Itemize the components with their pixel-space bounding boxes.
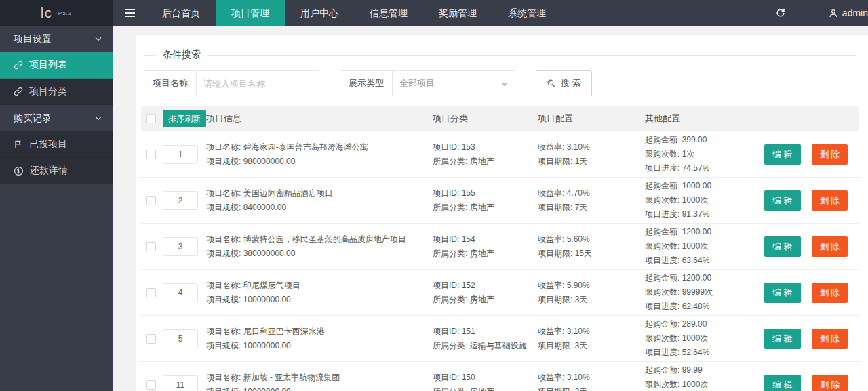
username: admin [842, 7, 868, 18]
purchase-limit-label: 限购次数: [645, 195, 682, 205]
project-category-value: 房地产 [470, 249, 494, 258]
coin-icon [14, 166, 24, 176]
project-category-value: 运输与基础设施 [470, 341, 527, 350]
user-icon [829, 8, 838, 18]
select-all-checkbox[interactable] [146, 114, 156, 123]
row-checkbox[interactable] [146, 334, 156, 344]
sidebar-item-label: 项目分类 [29, 85, 67, 98]
sort-order-input[interactable] [163, 145, 198, 164]
project-scale-value: 10000000.00 [243, 387, 291, 391]
column-header-other: 其他配置 [645, 112, 762, 125]
sort-order-input[interactable] [163, 329, 198, 348]
sidebar-item-invested-projects[interactable]: 已投项目 [0, 131, 113, 158]
project-name-value: 新加坡 - 亚太宇航物流集团 [243, 373, 340, 382]
project-name-value: 博蒙特公园，移民圣基茨的高品质房地产项目 [243, 234, 406, 244]
menu-toggle-icon[interactable] [113, 0, 146, 26]
content-card: 条件搜索 项目名称 展示类型 全部项目 搜 索 排序刷新 项目信息 项目分类 项… [136, 35, 868, 391]
sidebar-group-purchase-records[interactable]: 购买记录 [0, 105, 113, 131]
delete-button[interactable]: 删 除 [812, 190, 848, 211]
edit-button[interactable]: 编 辑 [764, 375, 801, 391]
project-name-value: 碧海家园-泰国普吉岛邦涛海滩公寓 [243, 142, 368, 152]
sort-refresh-button[interactable]: 排序刷新 [163, 110, 206, 127]
progress-label: 项目进度: [645, 255, 682, 265]
project-name-label: 项目名称: [206, 281, 243, 290]
term-label: 项目期限: [538, 387, 575, 391]
nav-item-home[interactable]: 后台首页 [146, 0, 216, 26]
sidebar-group-project-settings[interactable]: 项目设置 [0, 26, 113, 52]
term-value: 3天 [575, 341, 588, 350]
sort-order-input[interactable] [163, 237, 198, 256]
min-amount-value: 1200.00 [682, 273, 711, 283]
term-label: 项目期限: [538, 203, 575, 212]
project-name-label: 项目名称: [206, 142, 243, 152]
purchase-limit-label: 限购次数: [645, 149, 682, 159]
min-amount-value: 99.99 [682, 365, 703, 375]
project-category-value: 房地产 [470, 295, 494, 304]
sort-order-input[interactable] [163, 283, 198, 302]
search-icon [547, 79, 556, 88]
progress-value: 74.57% [682, 163, 710, 173]
sidebar-item-repayment-details[interactable]: 还款详情 [0, 158, 113, 184]
delete-button[interactable]: 删 除 [812, 144, 848, 165]
row-checkbox[interactable] [146, 242, 156, 251]
min-amount-value: 289.00 [682, 319, 707, 329]
delete-button[interactable]: 删 除 [812, 283, 848, 303]
term-value: 1天 [575, 157, 588, 166]
project-scale-label: 项目规模: [206, 203, 243, 212]
nav-item-users[interactable]: 用户中心 [285, 0, 354, 26]
edit-button[interactable]: 编 辑 [764, 329, 801, 349]
sidebar-item-project-category[interactable]: 项目分类 [0, 79, 113, 105]
min-amount-label: 起购金额: [645, 319, 682, 329]
row-checkbox[interactable] [146, 150, 156, 159]
rate-value: 5.90% [567, 281, 590, 290]
delete-button[interactable]: 删 除 [812, 236, 848, 257]
purchase-limit-value: 1000次 [682, 241, 709, 251]
nav-item-projects[interactable]: 项目管理 [216, 0, 285, 26]
row-checkbox[interactable] [146, 196, 156, 205]
project-name-label: 项目名称: [206, 373, 243, 382]
chevron-down-icon [94, 34, 103, 45]
user-menu[interactable]: admin [816, 7, 868, 18]
project-category-label: 所属分类: [433, 249, 470, 258]
purchase-limit-value: 1000次 [682, 379, 709, 389]
project-id-label: 项目ID: [433, 142, 462, 152]
select-arrow-icon [501, 83, 508, 87]
row-checkbox[interactable] [146, 380, 156, 390]
nav-item-system[interactable]: 系统管理 [492, 0, 561, 26]
search-legend: 条件搜索 [156, 49, 208, 61]
sidebar: 项目设置 项目列表 项目分类 购买记录 已投项目 还款详情 [0, 26, 113, 391]
term-label: 项目期限: [538, 295, 575, 304]
edit-button[interactable]: 编 辑 [764, 236, 801, 257]
table-row: 项目名称: 美国迈阿密精品酒店项目 项目规模: 8400000.00 项目ID:… [141, 178, 859, 224]
edit-button[interactable]: 编 辑 [764, 144, 801, 165]
nav-item-info[interactable]: 信息管理 [354, 0, 423, 26]
table-row: 项目名称: 碧海家园-泰国普吉岛邦涛海滩公寓 项目规模: 980000000.0… [141, 131, 859, 178]
sidebar-group-label: 项目设置 [14, 33, 52, 45]
sort-order-input[interactable] [163, 375, 198, 391]
project-name-value: 尼日利亚巴卡西深水港 [243, 327, 325, 336]
delete-button[interactable]: 删 除 [812, 329, 848, 349]
purchase-limit-value: 99999次 [682, 287, 713, 297]
edit-button[interactable]: 编 辑 [764, 283, 801, 303]
refresh-icon[interactable] [762, 0, 799, 26]
delete-button[interactable]: 删 除 [812, 375, 848, 391]
project-name-input[interactable] [196, 70, 319, 96]
term-value: 2天 [575, 387, 588, 391]
min-amount-label: 起购金额: [645, 273, 682, 283]
row-checkbox[interactable] [146, 288, 156, 297]
table-row: 项目名称: 新加坡 - 亚太宇航物流集团 项目规模: 10000000.00 项… [141, 362, 859, 391]
min-amount-value: 1200.00 [682, 227, 711, 236]
display-type-select[interactable]: 全部项目 [392, 70, 515, 96]
sort-order-input[interactable] [163, 191, 198, 210]
term-value: 7天 [575, 203, 588, 212]
edit-button[interactable]: 编 辑 [764, 190, 801, 211]
logo-text: lc [41, 5, 52, 21]
nav-item-rewards[interactable]: 奖励管理 [423, 0, 492, 26]
table-body: 项目名称: 碧海家园-泰国普吉岛邦涛海滩公寓 项目规模: 980000000.0… [141, 131, 859, 391]
project-scale-label: 项目规模: [206, 249, 243, 258]
sidebar-item-project-list[interactable]: 项目列表 [0, 52, 113, 79]
term-label: 项目期限: [538, 249, 575, 258]
search-button[interactable]: 搜 索 [536, 70, 592, 96]
search-button-label: 搜 索 [561, 77, 581, 89]
table-row: 项目名称: 印尼煤层气项目 项目规模: 10000000.00 项目ID: 15… [141, 270, 859, 316]
